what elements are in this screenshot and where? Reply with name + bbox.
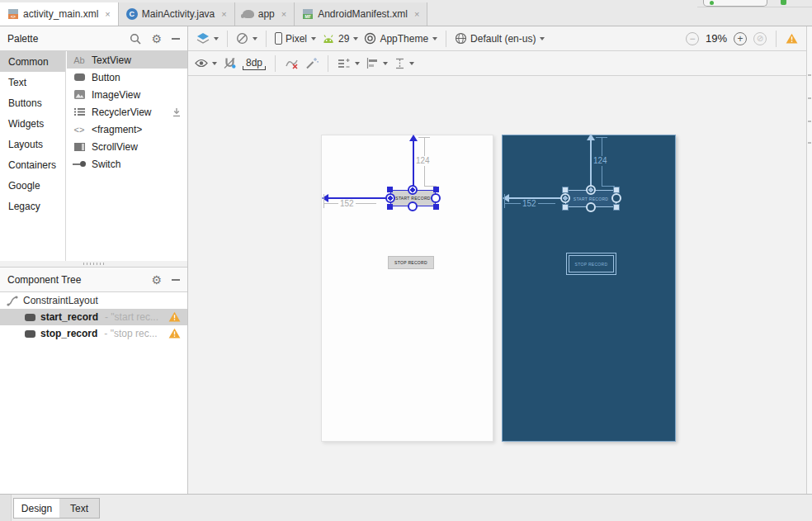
close-icon[interactable]: × xyxy=(281,9,286,19)
constraint-anchor-right[interactable] xyxy=(431,193,441,203)
palette-item-recyclerview[interactable]: RecyclerView xyxy=(67,103,187,121)
constraint-anchor-bottom[interactable] xyxy=(586,202,596,212)
resize-handle[interactable] xyxy=(387,187,393,192)
tree-node-start-record[interactable]: start_record- "start rec... xyxy=(0,309,187,325)
device-selector[interactable]: Pixel xyxy=(275,32,316,45)
stop-record-button[interactable]: STOP RECORD xyxy=(566,253,616,275)
view-options-button[interactable] xyxy=(195,59,217,68)
minimize-icon[interactable] xyxy=(172,279,180,281)
blueprint-view-preview: 124 152 START RECORD STOP RECORD xyxy=(502,135,676,442)
tree-node-stop-record[interactable]: stop_record- "stop rec... xyxy=(0,325,187,342)
phone-icon xyxy=(275,32,282,45)
margin-top-label: 124 xyxy=(414,156,432,166)
editor-tabs: <> activity_main.xml × C MainActivity.ja… xyxy=(0,2,427,26)
design-canvas[interactable]: 124 152 START RECORD STOP RECORD xyxy=(188,76,806,494)
scroll-mark xyxy=(808,74,811,76)
pack-button[interactable] xyxy=(338,58,360,69)
divider xyxy=(446,31,446,47)
palette-item-switch[interactable]: Switch xyxy=(67,155,187,173)
minimize-icon[interactable] xyxy=(172,38,180,40)
constraint-anchor-left[interactable] xyxy=(385,193,395,203)
tab-label: app xyxy=(258,8,275,20)
download-icon[interactable] xyxy=(172,107,182,117)
warnings-button[interactable] xyxy=(786,33,798,44)
locale-selector[interactable]: Default (en-us) xyxy=(455,32,545,45)
palette-item-scrollview[interactable]: ScrollView xyxy=(67,138,187,155)
tab-app[interactable]: app × xyxy=(235,2,295,26)
panel-splitter[interactable] xyxy=(0,261,187,268)
resize-handle[interactable] xyxy=(613,204,620,211)
constraint-anchor-right[interactable] xyxy=(611,193,621,203)
magnet-off-icon xyxy=(224,57,236,69)
zoom-in-button[interactable]: + xyxy=(734,32,747,45)
resize-handle[interactable] xyxy=(387,204,393,210)
editor-mode-bar: Design Text xyxy=(0,494,812,521)
palette-category-legacy[interactable]: Legacy xyxy=(0,196,65,216)
theme-icon xyxy=(364,32,376,45)
palette-item-textview[interactable]: Ab TextView xyxy=(67,51,187,69)
text-mode-tab[interactable]: Text xyxy=(59,498,100,519)
theme-selector[interactable]: AppTheme xyxy=(364,32,437,45)
palette-category-buttons[interactable]: Buttons xyxy=(0,92,65,113)
constraint-anchor-top[interactable] xyxy=(408,185,418,195)
gradle-icon xyxy=(243,10,254,18)
divider xyxy=(266,31,267,47)
gear-icon[interactable]: ⚙ xyxy=(151,274,162,286)
palette-item-button[interactable]: Button xyxy=(67,69,187,86)
palette-item-fragment[interactable]: <> <fragment> xyxy=(67,121,187,138)
constraint-toolbar: 8dp xyxy=(188,51,806,76)
warning-icon xyxy=(168,328,181,339)
tree-node-constraintlayout[interactable]: ConstraintLayout xyxy=(0,292,187,309)
tab-mainactivity-java[interactable]: C MainActivity.java × xyxy=(119,2,235,26)
infer-constraints-button[interactable] xyxy=(305,57,319,69)
divider xyxy=(328,55,328,72)
search-icon[interactable] xyxy=(130,33,141,45)
palette-items: Ab TextView Button ImageView xyxy=(67,51,187,261)
align-button[interactable] xyxy=(366,58,388,69)
dropdown-arrow-icon xyxy=(383,62,388,65)
globe-icon xyxy=(455,32,467,45)
palette-item-imageview[interactable]: ImageView xyxy=(67,86,187,103)
resize-handle[interactable] xyxy=(562,187,569,193)
guidelines-button[interactable] xyxy=(394,58,414,69)
clear-constraints-button[interactable] xyxy=(285,57,299,69)
close-icon[interactable]: × xyxy=(414,9,419,19)
gear-icon[interactable]: ⚙ xyxy=(151,33,162,45)
tab-androidmanifest-xml[interactable]: MF AndroidManifest.xml × xyxy=(295,2,427,26)
editor-tab-bar: <> activity_main.xml × C MainActivity.ja… xyxy=(0,0,812,26)
default-margin-button[interactable]: 8dp xyxy=(243,57,266,70)
palette-category-common[interactable]: Common xyxy=(0,51,65,72)
resize-handle[interactable] xyxy=(433,204,439,210)
close-icon[interactable]: × xyxy=(221,9,226,19)
palette-category-layouts[interactable]: Layouts xyxy=(0,134,65,154)
design-mode-tab[interactable]: Design xyxy=(13,498,60,519)
resize-handle[interactable] xyxy=(562,204,569,211)
resize-handle[interactable] xyxy=(613,187,620,193)
zoom-out-button[interactable]: − xyxy=(686,32,699,45)
design-toolbar: Pixel 29 AppTheme Default (en-us) − 19% … xyxy=(188,26,806,51)
scroll-mark xyxy=(808,121,811,122)
close-icon[interactable]: × xyxy=(105,9,110,19)
constraint-anchor-left[interactable] xyxy=(560,193,570,203)
android-studio-window: <> activity_main.xml × C MainActivity.ja… xyxy=(0,0,812,521)
stop-record-button[interactable]: STOP RECORD xyxy=(388,256,434,269)
orientation-selector[interactable] xyxy=(236,32,257,45)
component-tree-title: Component Tree xyxy=(7,274,81,286)
button-icon xyxy=(25,330,35,338)
palette-category-widgets[interactable]: Widgets xyxy=(0,113,65,134)
design-surface-selector[interactable] xyxy=(196,32,219,45)
tab-activity-main-xml[interactable]: <> activity_main.xml × xyxy=(0,2,119,26)
orientation-icon xyxy=(236,32,248,45)
palette-category-text[interactable]: Text xyxy=(0,72,65,92)
run-config-cutoff xyxy=(703,0,767,7)
palette-category-google[interactable]: Google xyxy=(0,175,65,196)
tab-label: AndroidManifest.xml xyxy=(318,8,408,20)
zoom-fit-button[interactable]: ⊘ xyxy=(753,32,767,45)
palette-category-containers[interactable]: Containers xyxy=(0,154,65,175)
resize-handle[interactable] xyxy=(433,187,439,192)
constraint-anchor-top[interactable] xyxy=(586,185,596,195)
constraint-anchor-bottom[interactable] xyxy=(408,201,418,211)
autoconnect-toggle[interactable] xyxy=(224,57,236,69)
api-level-selector[interactable]: 29 xyxy=(322,33,358,45)
mode-bar-edge xyxy=(0,495,12,521)
